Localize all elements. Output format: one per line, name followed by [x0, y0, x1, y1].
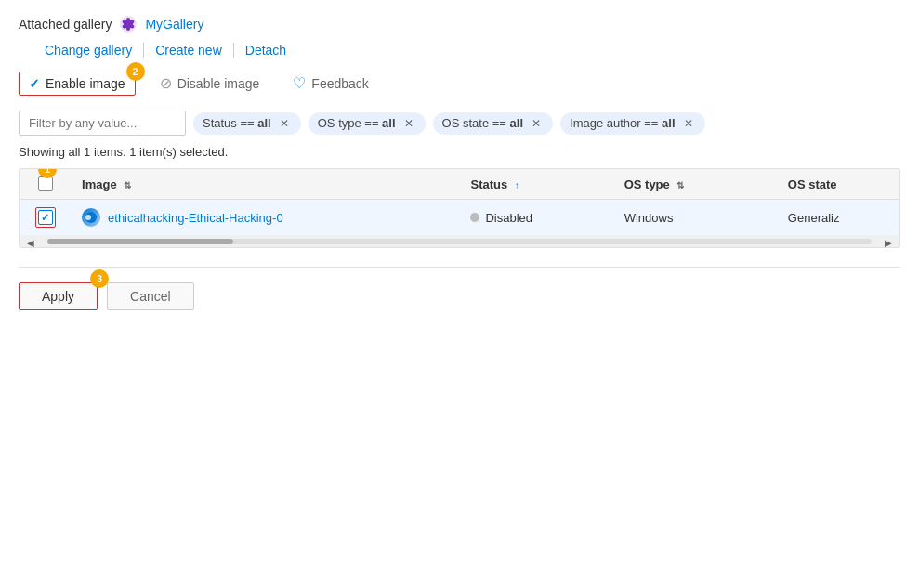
enable-image-section: 2 ✓ Enable image: [19, 72, 136, 96]
scroll-right-arrow[interactable]: ▶: [885, 238, 892, 247]
osstate-column-label: OS state: [788, 177, 837, 191]
filter-input[interactable]: [19, 111, 186, 136]
scrollbar-track: [47, 239, 872, 244]
status-column-header: Status ↑: [459, 169, 612, 200]
svg-point-2: [126, 18, 130, 21]
image-inner-icon: [85, 211, 98, 224]
attached-gallery-label: Attached gallery: [19, 17, 112, 32]
imageauthor-filter-chip: Image author == all ✕: [560, 112, 704, 135]
status-dot-icon: [470, 213, 479, 222]
svg-point-4: [131, 25, 135, 29]
enable-image-button[interactable]: ✓ Enable image: [19, 72, 136, 96]
image-column-header: Image ⇅: [71, 169, 459, 200]
heart-icon: ♡: [293, 74, 306, 92]
scrollbar-thumb[interactable]: [47, 239, 233, 244]
step3-badge: 3: [90, 269, 109, 288]
change-gallery-link[interactable]: Change gallery: [45, 43, 144, 58]
image-sort-icon[interactable]: ⇅: [124, 180, 131, 190]
svg-point-9: [85, 215, 91, 220]
image-thumbnail-icon: [82, 208, 100, 227]
scroll-left-arrow[interactable]: ◀: [27, 238, 34, 247]
ostype-cell: Windows: [613, 200, 777, 236]
row-checkbox-border: [35, 207, 56, 228]
status-text: Disabled: [485, 211, 532, 225]
table-header-row: Image ⇅ Status ↑ OS type ⇅ OS state: [20, 169, 899, 200]
gallery-actions: Change gallery Create new Detach: [45, 43, 900, 58]
showing-info: Showing all 1 items. 1 item(s) selected.: [19, 145, 900, 159]
enable-image-label: Enable image: [46, 76, 125, 91]
detach-link[interactable]: Detach: [234, 43, 297, 58]
feedback-label: Feedback: [311, 76, 368, 91]
table-row: ethicalhacking-Ethical-Hacking-0 Disable…: [20, 200, 899, 236]
image-name-cell: ethicalhacking-Ethical-Hacking-0: [71, 200, 459, 236]
toolbar-row: 2 ✓ Enable image ⊘ Disable image ♡ Feedb…: [19, 71, 900, 96]
disable-image-button[interactable]: ⊘ Disable image: [151, 71, 269, 96]
header-checkbox-cell: [31, 176, 59, 191]
osstate-chip-text: OS state == all: [442, 116, 523, 130]
row-checkbox[interactable]: [38, 210, 53, 225]
ostype-sort-icon[interactable]: ⇅: [676, 180, 684, 190]
horizontal-scrollbar[interactable]: ◀ ▶: [20, 236, 899, 247]
step2-badge: 2: [126, 62, 145, 81]
row-checkbox-wrapper-cell: [31, 207, 59, 228]
image-column-label: Image: [82, 177, 117, 191]
status-cell-content: Disabled: [470, 211, 601, 225]
step1-badge-wrapper: 1: [38, 168, 57, 178]
apply-button[interactable]: Apply: [19, 282, 98, 310]
attached-gallery-row: Attached gallery MyGallery: [19, 15, 900, 33]
bottom-section: 3 Apply Cancel: [19, 267, 900, 310]
ostype-filter-chip: OS type == all ✕: [309, 112, 426, 135]
cancel-button[interactable]: Cancel: [107, 282, 194, 310]
ostype-chip-close[interactable]: ✕: [401, 116, 416, 131]
osstate-cell: Generaliz: [777, 200, 899, 236]
image-cell-content: ethicalhacking-Ethical-Hacking-0: [82, 208, 448, 227]
create-new-link[interactable]: Create new: [144, 43, 234, 58]
status-cell: Disabled: [459, 200, 612, 236]
table-wrapper: 1 Image ⇅ St: [20, 169, 899, 236]
disable-image-label: Disable image: [177, 76, 260, 91]
ostype-chip-text: OS type == all: [318, 116, 396, 130]
osstate-filter-chip: OS state == all ✕: [433, 112, 553, 135]
osstate-column-header: OS state: [777, 169, 899, 200]
disable-icon: ⊘: [160, 74, 172, 92]
status-chip-text: Status == all: [203, 116, 271, 130]
check-icon: ✓: [29, 76, 40, 91]
svg-point-5: [126, 27, 130, 31]
table-container: 1 Image ⇅ St: [19, 168, 900, 248]
svg-point-3: [131, 20, 135, 24]
row-checkbox-cell: [20, 200, 71, 236]
svg-point-7: [123, 20, 126, 24]
ostype-column-header: OS type ⇅: [613, 169, 777, 200]
status-sort-icon[interactable]: ↑: [515, 180, 519, 190]
imageauthor-chip-text: Image author == all: [570, 116, 675, 130]
status-filter-chip: Status == all ✕: [193, 112, 301, 135]
osstate-chip-close[interactable]: ✕: [529, 116, 544, 131]
imageauthor-chip-close[interactable]: ✕: [681, 116, 696, 131]
feedback-button[interactable]: ♡ Feedback: [283, 71, 377, 96]
filter-row: Status == all ✕ OS type == all ✕ OS stat…: [19, 111, 900, 136]
step1-badge: 1: [38, 168, 57, 178]
gallery-name-link[interactable]: MyGallery: [145, 17, 203, 32]
ostype-column-label: OS type: [624, 177, 670, 191]
svg-point-6: [123, 25, 126, 29]
page-container: Attached gallery MyGallery Change galler…: [0, 0, 919, 325]
apply-section: 3 Apply: [19, 282, 98, 310]
image-name-link[interactable]: ethicalhacking-Ethical-Hacking-0: [108, 211, 283, 225]
header-checkbox[interactable]: [38, 176, 53, 191]
images-table: Image ⇅ Status ↑ OS type ⇅ OS state: [20, 169, 899, 236]
status-column-label: Status: [470, 177, 507, 191]
status-chip-close[interactable]: ✕: [277, 116, 292, 131]
gallery-icon: [119, 15, 138, 33]
